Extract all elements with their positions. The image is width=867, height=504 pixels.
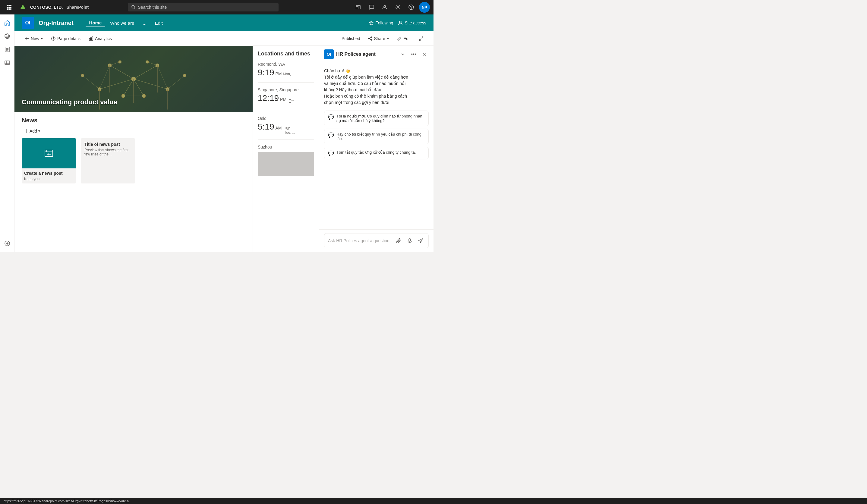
share-chevron: ▾ <box>387 36 389 41</box>
sidebar-item-pages[interactable] <box>1 43 13 55</box>
content-area: OI Org-Intranet Home Who we are ... Edit… <box>14 14 434 252</box>
locations-title: Locations and times <box>258 51 314 57</box>
location-oslo-extra: +8h <box>284 126 296 130</box>
chat-panel: OI HR Polices agent ••• <box>319 46 434 252</box>
search-bar[interactable]: Search this site <box>128 3 279 11</box>
search-icon <box>131 5 136 9</box>
chat-chevron-down[interactable] <box>398 50 407 58</box>
location-redmond-extra: Mon,... <box>283 72 294 76</box>
page-details-label: Page details <box>57 36 81 41</box>
location-suzhou-name: Suzhou <box>258 145 314 150</box>
svg-line-48 <box>369 39 371 40</box>
svg-rect-4 <box>9 7 10 8</box>
following-button[interactable]: Following <box>369 21 393 25</box>
location-oslo-hour: 5:19 <box>258 122 274 132</box>
news-card-create[interactable]: Create a news post Keep your... <box>22 138 76 184</box>
location-redmond-time: 9:19 PM Mon,... <box>258 68 314 77</box>
news-card-create-body: Create a news post Keep your... <box>22 168 76 184</box>
chat-more-button[interactable]: ••• <box>409 50 418 58</box>
chat-close-button[interactable] <box>420 50 429 58</box>
top-navigation: CONTOSO, LTD. SharePoint Search this sit… <box>0 0 434 14</box>
location-oslo-ampm: AM <box>276 125 282 130</box>
sidebar-item-home[interactable] <box>1 17 13 29</box>
location-redmond: Redmond, WA 9:19 PM Mon,... <box>258 62 314 83</box>
published-status: Published <box>342 36 360 41</box>
site-header-right: Following Site access <box>369 21 426 25</box>
suggestion-text-1: Tôi là người mới. Có quy định nào từ phò… <box>336 114 425 123</box>
chat-suggestion-1[interactable]: 💬 Tôi là người mới. Có quy định nào từ p… <box>324 111 429 126</box>
svg-rect-7 <box>9 9 10 10</box>
chat-input-field[interactable] <box>328 238 392 243</box>
chat-suggestions-list: 💬 Tôi là người mới. Có quy định nào từ p… <box>324 111 429 160</box>
news-card-create-title: Create a news post <box>24 171 74 176</box>
following-label: Following <box>375 21 393 25</box>
chat-button[interactable] <box>366 2 377 13</box>
chat-input-area <box>319 229 434 252</box>
main-layout: OI Org-Intranet Home Who we are ... Edit… <box>0 14 434 252</box>
help-button[interactable] <box>406 2 417 13</box>
new-button[interactable]: New ▾ <box>22 34 46 43</box>
svg-rect-44 <box>92 37 93 40</box>
svg-point-15 <box>384 6 386 7</box>
location-suzhou-image <box>258 152 314 176</box>
left-sidebar <box>0 14 14 252</box>
svg-rect-8 <box>10 9 11 10</box>
chat-suggestion-2[interactable]: 💬 Hãy cho tôi biết quy trình yêu cầu chi… <box>324 129 429 144</box>
news-card-template[interactable]: Title of news post Preview that shows th… <box>81 138 135 184</box>
location-oslo-time: 5:19 AM +8h Tue, ... <box>258 122 314 135</box>
search-placeholder: Search this site <box>138 5 167 10</box>
settings-button[interactable] <box>393 2 403 13</box>
apps-grid-button[interactable] <box>4 2 14 13</box>
expand-button[interactable] <box>416 35 426 43</box>
immersive-reader-button[interactable] <box>353 2 364 13</box>
svg-rect-43 <box>91 38 92 40</box>
locations-panel: Locations and times Redmond, WA 9:19 PM … <box>253 46 319 252</box>
people-button[interactable] <box>379 2 390 13</box>
site-access-label: Site access <box>405 21 426 25</box>
sidebar-item-lists[interactable] <box>1 57 13 69</box>
site-header: OI Org-Intranet Home Who we are ... Edit… <box>14 14 434 31</box>
chat-attach-button[interactable] <box>395 237 403 245</box>
suggestion-icon-1: 💬 <box>328 114 334 120</box>
location-singapore-extra: +... <box>289 98 294 102</box>
user-avatar[interactable]: NP <box>419 2 430 13</box>
add-news-button[interactable]: Add ▾ <box>22 128 245 135</box>
svg-line-49 <box>369 37 371 38</box>
svg-rect-5 <box>10 7 11 8</box>
news-section: News Add ▾ <box>14 112 253 188</box>
chat-agent-icon: OI <box>324 50 334 59</box>
svg-point-36 <box>399 21 401 23</box>
nav-item-more[interactable]: ... <box>139 19 150 27</box>
chat-suggestion-3[interactable]: 💬 Tóm tắt quy tắc ứng xử của công ty chú… <box>324 147 429 160</box>
analytics-button[interactable]: Analytics <box>86 34 115 43</box>
location-redmond-hour: 9:19 <box>258 68 274 77</box>
share-button[interactable]: Share ▾ <box>365 34 392 43</box>
site-logo: OI <box>22 17 34 29</box>
analytics-label: Analytics <box>95 36 112 41</box>
news-card-create-icon <box>22 138 76 168</box>
svg-rect-1 <box>9 5 10 6</box>
page-details-button[interactable]: Page details <box>48 34 84 43</box>
page-content: Communicating product value News Add ▾ <box>14 46 434 252</box>
chat-send-button[interactable] <box>416 237 425 245</box>
site-navigation: Home Who we are ... Edit <box>86 19 167 27</box>
sidebar-item-globe[interactable] <box>1 30 13 42</box>
news-card-create-desc: Keep your... <box>24 177 74 181</box>
nav-item-edit[interactable]: Edit <box>151 19 167 27</box>
svg-line-11 <box>134 8 135 9</box>
news-card-template-body: Title of news post Preview that shows th… <box>81 138 135 160</box>
svg-point-16 <box>397 7 398 8</box>
add-news-label: Add <box>30 129 37 133</box>
nav-item-home[interactable]: Home <box>86 19 106 27</box>
news-cards-container: Create a news post Keep your... Title of… <box>22 138 245 184</box>
news-card-template-desc: Preview that shows the first few lines o… <box>84 148 131 156</box>
company-logo[interactable]: CONTOSO, LTD. SharePoint <box>18 2 89 12</box>
suggestion-text-3: Tóm tắt quy tắc ứng xử của công ty chúng… <box>336 150 416 155</box>
edit-button[interactable]: Edit <box>394 34 414 43</box>
sidebar-item-add[interactable] <box>1 238 13 250</box>
main-content: Communicating product value News Add ▾ <box>14 46 253 252</box>
chat-mic-button[interactable] <box>406 237 414 245</box>
nav-item-who-we-are[interactable]: Who we are <box>106 19 138 27</box>
app-name: SharePoint <box>66 5 89 10</box>
site-access-button[interactable]: Site access <box>398 21 426 25</box>
